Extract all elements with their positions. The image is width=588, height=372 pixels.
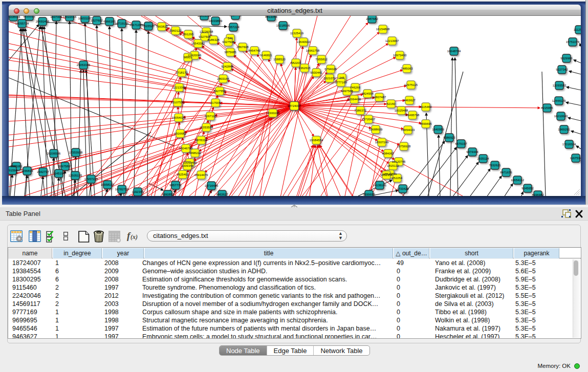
svg-text:7625402: 7625402	[177, 173, 189, 176]
svg-text:18307249: 18307249	[375, 141, 389, 144]
svg-text:8990852: 8990852	[162, 193, 174, 196]
svg-text:9329966: 9329966	[560, 57, 573, 60]
svg-text:2718170: 2718170	[176, 71, 188, 74]
svg-text:1621072: 1621072	[323, 77, 336, 80]
svg-text:6679197: 6679197	[455, 142, 467, 145]
svg-text:3824554: 3824554	[361, 92, 374, 95]
svg-text:7357224: 7357224	[227, 26, 239, 29]
svg-text:9607743: 9607743	[229, 16, 242, 17]
svg-text:8960123: 8960123	[169, 29, 182, 32]
svg-text:8454749: 8454749	[248, 49, 260, 52]
svg-text:20206506: 20206506	[47, 152, 61, 155]
svg-text:1009348: 1009348	[181, 164, 193, 167]
svg-text:9245652: 9245652	[521, 187, 534, 190]
svg-text:245: 245	[339, 76, 345, 79]
svg-text:3875685: 3875685	[224, 51, 236, 54]
svg-text:7632621: 7632621	[489, 164, 501, 167]
svg-text:16648784: 16648784	[447, 50, 461, 53]
svg-text:7515520: 7515520	[142, 25, 155, 28]
svg-text:6794028: 6794028	[324, 68, 337, 71]
svg-text:16961758: 16961758	[306, 49, 320, 52]
svg-text:19654023: 19654023	[401, 128, 415, 132]
svg-text:10653287: 10653287	[78, 17, 92, 20]
svg-text:12213369: 12213369	[172, 86, 186, 89]
svg-text:9777169: 9777169	[335, 81, 347, 84]
svg-text:16033809: 16033809	[209, 19, 223, 23]
svg-text:9885061: 9885061	[10, 165, 23, 168]
svg-text:8186328: 8186328	[207, 38, 220, 41]
svg-text:12975115: 12975115	[404, 83, 418, 86]
svg-text:9699695: 9699695	[363, 193, 375, 196]
svg-text:10688609: 10688609	[369, 128, 383, 131]
svg-text:15720407: 15720407	[362, 118, 376, 121]
svg-text:1167532: 1167532	[570, 157, 581, 160]
svg-text:18403044: 18403044	[198, 16, 211, 17]
svg-text:1916682: 1916682	[174, 132, 186, 135]
svg-text:1192345: 1192345	[132, 190, 144, 193]
svg-text:1588520: 1588520	[273, 58, 286, 61]
svg-text:10022016: 10022016	[63, 16, 77, 18]
svg-text:13226058: 13226058	[200, 30, 213, 33]
svg-text:317006: 317006	[210, 101, 221, 104]
svg-text:12093582: 12093582	[553, 84, 567, 87]
svg-text:7663822: 7663822	[156, 25, 168, 28]
svg-text:10807487: 10807487	[373, 96, 386, 99]
svg-text:16495798: 16495798	[406, 114, 420, 117]
svg-text:9227342: 9227342	[556, 68, 568, 71]
svg-text:1969291: 1969291	[558, 128, 570, 131]
svg-text:1852354: 1852354	[380, 173, 393, 177]
svg-text:7386372: 7386372	[354, 109, 366, 112]
svg-text:16210643: 16210643	[554, 115, 568, 118]
svg-text:9930441: 9930441	[310, 71, 322, 74]
svg-text:16782759: 16782759	[115, 188, 129, 191]
svg-text:3498222: 3498222	[189, 151, 201, 155]
svg-text:10958107: 10958107	[101, 183, 115, 186]
svg-text:2942737: 2942737	[37, 170, 49, 173]
svg-text:11353594: 11353594	[200, 126, 213, 129]
svg-text:62160: 62160	[387, 102, 396, 105]
svg-text:1640959: 1640959	[432, 128, 444, 131]
svg-text:8936982: 8936982	[532, 193, 544, 196]
svg-text:9115460: 9115460	[420, 105, 432, 108]
svg-text:9327508: 9327508	[222, 40, 234, 43]
svg-text:16154808: 16154808	[376, 28, 390, 31]
svg-text:17016504: 17016504	[562, 143, 576, 146]
svg-text:10973493: 10973493	[393, 54, 407, 57]
svg-text:891295: 891295	[183, 33, 194, 36]
svg-text:8471676: 8471676	[500, 171, 512, 174]
svg-text:8215955: 8215955	[541, 106, 553, 110]
svg-text:9084067: 9084067	[382, 152, 394, 155]
svg-text:16308415: 16308415	[9, 16, 20, 18]
svg-text:546: 546	[228, 37, 233, 40]
svg-text:16543382: 16543382	[191, 42, 205, 45]
svg-text:1112528: 1112528	[574, 28, 581, 31]
svg-text:2803144: 2803144	[217, 77, 229, 80]
svg-text:13300245: 13300245	[266, 112, 280, 115]
svg-text:10107553: 10107553	[171, 101, 185, 104]
svg-text:252254: 252254	[392, 177, 403, 180]
svg-text:7955812: 7955812	[315, 58, 328, 61]
svg-text:8813054: 8813054	[265, 16, 277, 18]
svg-text:98901: 98901	[184, 56, 192, 59]
svg-text:7485063: 7485063	[401, 67, 413, 70]
svg-text:10719155: 10719155	[115, 22, 129, 25]
svg-text:10120746: 10120746	[392, 160, 406, 163]
svg-text:11325419: 11325419	[290, 32, 304, 35]
svg-text:12505135: 12505135	[69, 174, 82, 177]
svg-text:13640910: 13640910	[297, 40, 311, 43]
svg-text:8878334: 8878334	[195, 139, 207, 142]
svg-text:1156819: 1156819	[21, 169, 34, 172]
svg-text:16914479: 16914479	[194, 173, 208, 177]
svg-text:2867608: 2867608	[236, 46, 249, 49]
svg-text:20975867: 20975867	[58, 165, 72, 168]
svg-text:1527602: 1527602	[91, 19, 103, 22]
svg-text:19054023: 19054023	[172, 116, 186, 119]
svg-text:19218506: 19218506	[276, 24, 290, 27]
svg-text:20691406: 20691406	[36, 20, 50, 23]
svg-text:19384554: 19384554	[310, 139, 323, 142]
svg-text:9857771: 9857771	[169, 184, 182, 187]
svg-text:9463627: 9463627	[216, 193, 228, 196]
svg-text:(x): (x)	[130, 233, 138, 240]
svg-text:1145194: 1145194	[53, 172, 66, 175]
svg-text:9146821: 9146821	[260, 54, 272, 57]
